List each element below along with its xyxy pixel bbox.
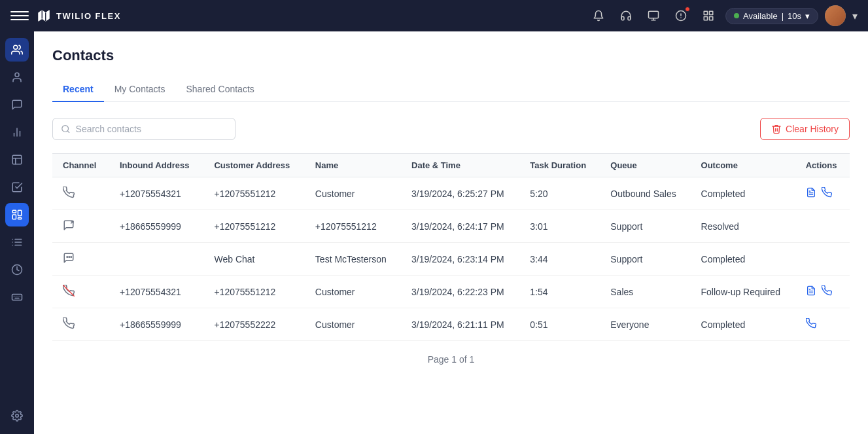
cell-actions [795,276,850,308]
col-customer: Customer Address [203,154,304,177]
search-bar-row: Clear History [52,118,850,140]
cell-name: Customer [305,276,401,308]
user-avatar[interactable] [825,5,846,26]
alerts-button[interactable] [670,5,691,26]
cell-channel [52,210,109,243]
contacts-table: Channel Inbound Address Customer Address… [52,153,850,341]
svg-rect-15 [18,210,22,215]
col-channel: Channel [52,154,109,177]
search-input[interactable] [76,124,227,134]
main-content: Contacts Recent My Contacts Shared Conta… [34,31,868,434]
status-divider: | [782,11,784,21]
cell-duration: 0:51 [519,308,600,341]
page-info: Page 1 of 1 [428,354,475,365]
status-timer: 10s [788,11,801,21]
cell-channel [52,243,109,276]
sidebar-item-settings[interactable] [5,404,29,427]
sidebar-item-contacts[interactable] [5,38,29,62]
tab-my-contacts[interactable]: My Contacts [104,77,176,102]
call-icon[interactable] [822,187,832,200]
cell-inbound: +18665559999 [109,210,204,243]
avatar-image [825,5,846,26]
cell-queue: Support [600,243,690,276]
cell-channel [52,276,109,308]
tab-recent[interactable]: Recent [52,77,104,102]
table-row: +12075554321 +12075551212 Customer 3/19/… [52,177,850,210]
sidebar-item-active[interactable] [5,203,29,226]
grid-button[interactable] [698,5,719,26]
cell-datetime: 3/19/2024, 6:25:27 PM [401,177,519,210]
page-title: Contacts [52,47,850,64]
user-chevron[interactable]: ▾ [852,10,858,22]
svg-point-9 [15,73,19,77]
svg-rect-6 [704,17,707,20]
status-label: Available [743,11,778,21]
tabs-bar: Recent My Contacts Shared Contacts [52,77,850,102]
clear-history-button[interactable]: Clear History [760,118,850,140]
sidebar-item-keyboard[interactable] [5,285,29,309]
sidebar-item-analytics[interactable] [5,148,29,172]
headset-button[interactable] [616,5,636,26]
call-icon[interactable] [822,285,832,298]
svg-point-31 [16,414,19,418]
sidebar-item-tasks[interactable] [5,175,29,199]
cell-inbound: +12075554321 [109,276,204,308]
cell-datetime: 3/19/2024, 6:21:11 PM [401,308,519,341]
cell-queue: Everyone [600,308,690,341]
table-row: +12075554321 +12075551212 Customer 3/19/… [52,276,850,308]
hamburger-menu[interactable] [10,11,29,20]
call-icon[interactable] [806,318,816,331]
cell-datetime: 3/19/2024, 6:22:23 PM [401,276,519,308]
cell-actions [795,210,850,243]
header-actions: Available | 10s ▾ ▾ [588,5,858,26]
cell-outcome: Completed [691,308,795,341]
screen-button[interactable] [643,5,664,26]
svg-rect-0 [649,11,659,18]
cell-outcome: Completed [691,177,795,210]
trash-icon [771,124,782,134]
cell-actions [795,243,850,276]
status-pill[interactable]: Available | 10s ▾ [725,8,818,24]
sidebar [0,31,34,434]
cell-actions [795,177,850,210]
top-navigation: TWILIO FLEX Available | 10s ▾ ▾ [0,0,868,31]
sidebar-item-history[interactable] [5,258,29,281]
sidebar-item-messages[interactable] [5,93,29,117]
tab-shared-contacts[interactable]: Shared Contacts [176,77,265,102]
col-name: Name [305,154,401,177]
note-icon[interactable] [806,187,816,200]
col-duration: Task Duration [519,154,600,177]
search-icon [61,124,71,134]
notifications-button[interactable] [588,5,609,26]
cell-channel [52,177,109,210]
status-indicator [734,13,739,18]
main-layout: Contacts Recent My Contacts Shared Conta… [0,31,868,434]
sidebar-item-list[interactable] [5,230,29,254]
cell-customer: +12075551212 [203,177,304,210]
cell-queue: Outbound Sales [600,177,690,210]
cell-customer: +12075551212 [203,276,304,308]
search-box [52,118,235,140]
clear-history-label: Clear History [786,124,839,134]
svg-rect-5 [710,11,713,14]
svg-line-33 [67,131,69,133]
svg-point-39 [67,257,68,258]
cell-datetime: 3/19/2024, 6:23:14 PM [401,243,519,276]
sidebar-item-chart[interactable] [5,120,29,144]
cell-name: +12075551212 [305,210,401,243]
table-row: Web Chat Test McTesterson 3/19/2024, 6:2… [52,243,850,276]
status-chevron: ▾ [805,11,810,21]
cell-outcome: Completed [691,243,795,276]
cell-customer: Web Chat [203,243,304,276]
cell-customer: +12075552222 [203,308,304,341]
svg-rect-16 [12,215,16,219]
note-icon[interactable] [806,285,816,298]
svg-rect-4 [704,11,707,14]
cell-duration: 3:44 [519,243,600,276]
app-logo: TWILIO FLEX [37,9,588,23]
cell-queue: Support [600,210,690,243]
cell-datetime: 3/19/2024, 6:24:17 PM [401,210,519,243]
cell-duration: 5:20 [519,177,600,210]
sidebar-item-person[interactable] [5,65,29,89]
cell-inbound: +12075554321 [109,177,204,210]
